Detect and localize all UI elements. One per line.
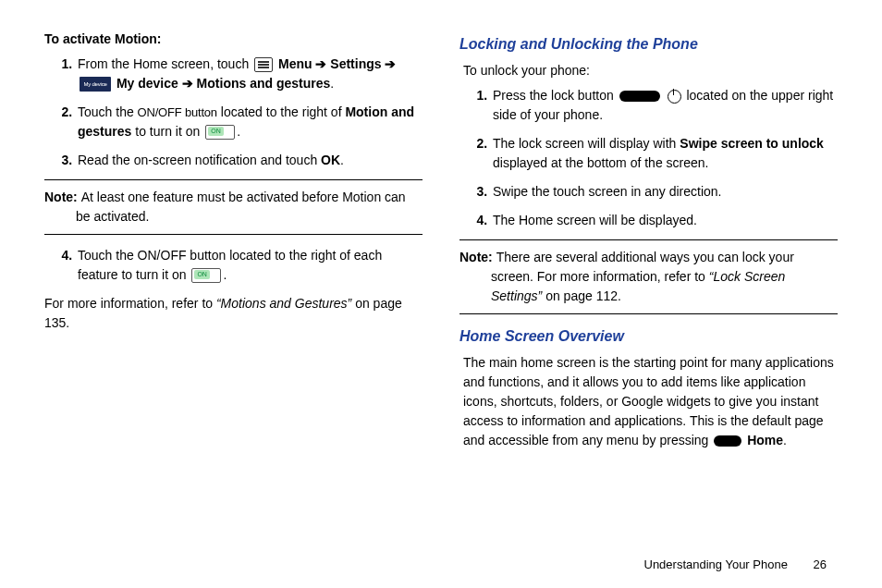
onoff-label: ON/OFF button bbox=[138, 105, 217, 119]
step2-text-b: located to the right of bbox=[217, 104, 346, 119]
lock-button-icon bbox=[619, 91, 660, 102]
left-column: To activate Motion: From the Home screen… bbox=[44, 30, 423, 450]
more-info-line: For more information, refer to “Motions … bbox=[44, 294, 423, 333]
step3-text-a: Read the on-screen notification and touc… bbox=[78, 153, 321, 167]
motion-step-4: Touch the ON/OFF button located to the r… bbox=[76, 246, 423, 285]
motion-steps-list-cont: Touch the ON/OFF button located to the r… bbox=[44, 246, 423, 285]
moreinfo-a: For more information, refer to bbox=[44, 296, 216, 311]
motion-step-1: From the Home screen, touch Menu ➔ Setti… bbox=[76, 55, 423, 93]
period: . bbox=[330, 76, 334, 91]
motion-step-3: Read the on-screen notification and touc… bbox=[76, 151, 423, 170]
period: . bbox=[237, 124, 240, 139]
unlock-step-1: Press the lock button located on the upp… bbox=[491, 86, 838, 125]
step1-settings-label: Settings bbox=[330, 56, 381, 71]
motion-steps-list: From the Home screen, touch Menu ➔ Setti… bbox=[44, 55, 423, 170]
page-content: To activate Motion: From the Home screen… bbox=[44, 30, 838, 450]
toggle-on-icon bbox=[205, 125, 235, 140]
arrow-icon: ➔ bbox=[315, 56, 326, 71]
unlock-intro: To unlock your phone: bbox=[463, 61, 838, 80]
motion-note: Note: At least one feature must be activ… bbox=[44, 179, 423, 235]
locking-heading: Locking and Unlocking the Phone bbox=[459, 33, 838, 55]
note-label: Note: bbox=[459, 250, 496, 264]
period: . bbox=[223, 267, 227, 282]
u1-a: Press the lock button bbox=[493, 88, 618, 103]
footer-section: Understanding Your Phone bbox=[644, 557, 788, 571]
step1-menu-label: Menu bbox=[278, 56, 312, 71]
unlock-step-3: Swipe the touch screen in any direction. bbox=[491, 182, 838, 202]
step1-mydevice-label: My device bbox=[116, 76, 178, 91]
mydevice-icon bbox=[80, 77, 111, 92]
period: . bbox=[783, 433, 787, 447]
arrow-icon: ➔ bbox=[182, 76, 193, 91]
toggle-on-icon bbox=[191, 268, 221, 283]
unlock-steps-list: Press the lock button located on the upp… bbox=[459, 86, 838, 230]
step4-text: Touch the ON/OFF button located to the r… bbox=[78, 248, 382, 282]
u2-b: displayed at the bottom of the screen. bbox=[493, 155, 708, 170]
swipe-label: Swipe screen to unlock bbox=[680, 136, 824, 151]
motion-step-2: Touch the ON/OFF button located to the r… bbox=[76, 103, 423, 141]
u2-a: The lock screen will display with bbox=[493, 136, 680, 151]
step1-text-a: From the Home screen, touch bbox=[78, 56, 252, 71]
note-label: Note: bbox=[44, 190, 81, 204]
ok-label: OK bbox=[321, 153, 340, 167]
arrow-icon: ➔ bbox=[385, 56, 396, 71]
home-label: Home bbox=[747, 433, 783, 447]
note-line: Note: At least one feature must be activ… bbox=[44, 188, 423, 227]
menu-icon bbox=[254, 57, 273, 72]
home-overview-text: The main home screen is the starting poi… bbox=[463, 353, 838, 450]
right-column: Locking and Unlocking the Phone To unloc… bbox=[459, 30, 838, 450]
step2-text-a: Touch the bbox=[78, 104, 138, 119]
activate-motion-heading: To activate Motion: bbox=[44, 30, 423, 49]
home-button-icon bbox=[714, 435, 741, 447]
step2-text-c: to turn it on bbox=[131, 124, 203, 139]
period: . bbox=[340, 153, 344, 167]
unlock-step-2: The lock screen will display with Swipe … bbox=[491, 134, 838, 173]
power-icon bbox=[668, 90, 681, 104]
step1-motions-label: Motions and gestures bbox=[197, 76, 331, 91]
note-b: on page 112. bbox=[542, 288, 621, 303]
unlock-step-4: The Home screen will be displayed. bbox=[491, 211, 838, 230]
lock-note: Note: There are several additional ways … bbox=[459, 239, 838, 314]
note-line: Note: There are several additional ways … bbox=[459, 248, 838, 306]
note-body: At least one feature must be activated b… bbox=[76, 190, 406, 224]
moreinfo-ref: “Motions and Gestures” bbox=[216, 296, 351, 311]
footer-page-number: 26 bbox=[814, 557, 827, 571]
page-footer: Understanding Your Phone 26 bbox=[644, 557, 827, 571]
home-overview-heading: Home Screen Overview bbox=[459, 325, 838, 348]
